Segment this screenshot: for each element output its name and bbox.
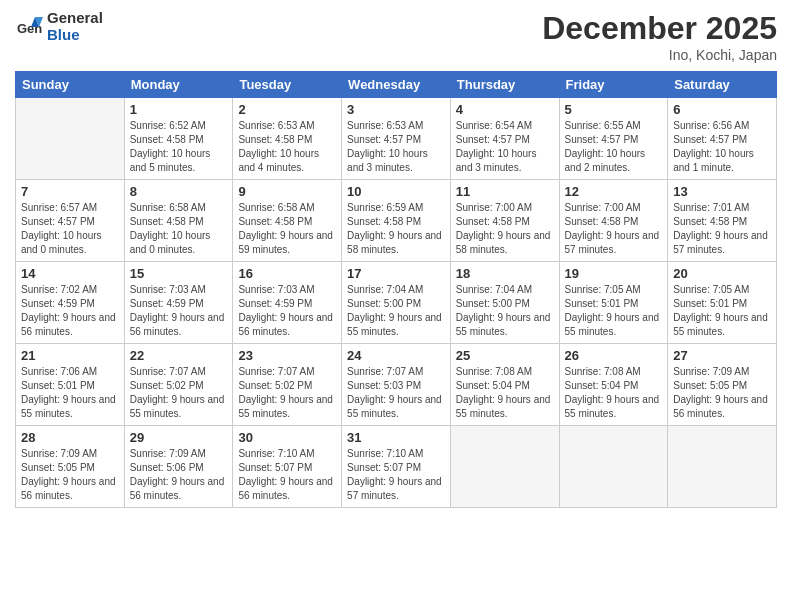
day-number: 24 [347,348,445,363]
table-row: 11Sunrise: 7:00 AM Sunset: 4:58 PM Dayli… [450,180,559,262]
day-info: Sunrise: 7:08 AM Sunset: 5:04 PM Dayligh… [565,365,663,421]
day-number: 31 [347,430,445,445]
calendar-header-row: Sunday Monday Tuesday Wednesday Thursday… [16,72,777,98]
day-info: Sunrise: 6:59 AM Sunset: 4:58 PM Dayligh… [347,201,445,257]
table-row: 12Sunrise: 7:00 AM Sunset: 4:58 PM Dayli… [559,180,668,262]
day-info: Sunrise: 7:08 AM Sunset: 5:04 PM Dayligh… [456,365,554,421]
day-info: Sunrise: 6:58 AM Sunset: 4:58 PM Dayligh… [238,201,336,257]
day-number: 26 [565,348,663,363]
table-row: 4Sunrise: 6:54 AM Sunset: 4:57 PM Daylig… [450,98,559,180]
table-row: 6Sunrise: 6:56 AM Sunset: 4:57 PM Daylig… [668,98,777,180]
logo-text: General Blue [47,10,103,43]
table-row: 18Sunrise: 7:04 AM Sunset: 5:00 PM Dayli… [450,262,559,344]
calendar-week-row: 1Sunrise: 6:52 AM Sunset: 4:58 PM Daylig… [16,98,777,180]
day-info: Sunrise: 7:07 AM Sunset: 5:02 PM Dayligh… [130,365,228,421]
calendar-week-row: 14Sunrise: 7:02 AM Sunset: 4:59 PM Dayli… [16,262,777,344]
table-row: 30Sunrise: 7:10 AM Sunset: 5:07 PM Dayli… [233,426,342,508]
day-info: Sunrise: 7:03 AM Sunset: 4:59 PM Dayligh… [130,283,228,339]
day-info: Sunrise: 7:05 AM Sunset: 5:01 PM Dayligh… [565,283,663,339]
day-info: Sunrise: 6:55 AM Sunset: 4:57 PM Dayligh… [565,119,663,175]
table-row: 14Sunrise: 7:02 AM Sunset: 4:59 PM Dayli… [16,262,125,344]
day-info: Sunrise: 7:09 AM Sunset: 5:05 PM Dayligh… [21,447,119,503]
day-info: Sunrise: 7:10 AM Sunset: 5:07 PM Dayligh… [238,447,336,503]
day-info: Sunrise: 6:57 AM Sunset: 4:57 PM Dayligh… [21,201,119,257]
day-number: 3 [347,102,445,117]
table-row: 16Sunrise: 7:03 AM Sunset: 4:59 PM Dayli… [233,262,342,344]
calendar-table: Sunday Monday Tuesday Wednesday Thursday… [15,71,777,508]
day-number: 23 [238,348,336,363]
table-row: 3Sunrise: 6:53 AM Sunset: 4:57 PM Daylig… [342,98,451,180]
day-number: 5 [565,102,663,117]
table-row [16,98,125,180]
day-number: 30 [238,430,336,445]
day-info: Sunrise: 7:04 AM Sunset: 5:00 PM Dayligh… [456,283,554,339]
day-info: Sunrise: 7:07 AM Sunset: 5:02 PM Dayligh… [238,365,336,421]
day-info: Sunrise: 7:05 AM Sunset: 5:01 PM Dayligh… [673,283,771,339]
day-number: 17 [347,266,445,281]
day-info: Sunrise: 7:00 AM Sunset: 4:58 PM Dayligh… [456,201,554,257]
day-number: 10 [347,184,445,199]
day-number: 6 [673,102,771,117]
header-thursday: Thursday [450,72,559,98]
table-row: 8Sunrise: 6:58 AM Sunset: 4:58 PM Daylig… [124,180,233,262]
calendar-week-row: 7Sunrise: 6:57 AM Sunset: 4:57 PM Daylig… [16,180,777,262]
calendar-week-row: 21Sunrise: 7:06 AM Sunset: 5:01 PM Dayli… [16,344,777,426]
day-info: Sunrise: 7:09 AM Sunset: 5:05 PM Dayligh… [673,365,771,421]
table-row: 29Sunrise: 7:09 AM Sunset: 5:06 PM Dayli… [124,426,233,508]
day-number: 29 [130,430,228,445]
table-row: 9Sunrise: 6:58 AM Sunset: 4:58 PM Daylig… [233,180,342,262]
day-info: Sunrise: 7:02 AM Sunset: 4:59 PM Dayligh… [21,283,119,339]
table-row: 23Sunrise: 7:07 AM Sunset: 5:02 PM Dayli… [233,344,342,426]
day-number: 15 [130,266,228,281]
title-block: December 2025 Ino, Kochi, Japan [542,10,777,63]
day-number: 21 [21,348,119,363]
header-wednesday: Wednesday [342,72,451,98]
day-number: 7 [21,184,119,199]
table-row: 15Sunrise: 7:03 AM Sunset: 4:59 PM Dayli… [124,262,233,344]
day-info: Sunrise: 7:03 AM Sunset: 4:59 PM Dayligh… [238,283,336,339]
day-number: 20 [673,266,771,281]
table-row: 24Sunrise: 7:07 AM Sunset: 5:03 PM Dayli… [342,344,451,426]
day-info: Sunrise: 7:10 AM Sunset: 5:07 PM Dayligh… [347,447,445,503]
table-row: 17Sunrise: 7:04 AM Sunset: 5:00 PM Dayli… [342,262,451,344]
day-number: 19 [565,266,663,281]
table-row: 7Sunrise: 6:57 AM Sunset: 4:57 PM Daylig… [16,180,125,262]
day-number: 25 [456,348,554,363]
table-row: 28Sunrise: 7:09 AM Sunset: 5:05 PM Dayli… [16,426,125,508]
main-title: December 2025 [542,10,777,47]
table-row: 21Sunrise: 7:06 AM Sunset: 5:01 PM Dayli… [16,344,125,426]
table-row: 20Sunrise: 7:05 AM Sunset: 5:01 PM Dayli… [668,262,777,344]
day-number: 16 [238,266,336,281]
table-row [668,426,777,508]
day-info: Sunrise: 6:52 AM Sunset: 4:58 PM Dayligh… [130,119,228,175]
logo: Gen General Blue [15,10,103,43]
table-row: 13Sunrise: 7:01 AM Sunset: 4:58 PM Dayli… [668,180,777,262]
day-info: Sunrise: 7:07 AM Sunset: 5:03 PM Dayligh… [347,365,445,421]
day-number: 28 [21,430,119,445]
table-row: 27Sunrise: 7:09 AM Sunset: 5:05 PM Dayli… [668,344,777,426]
day-info: Sunrise: 6:54 AM Sunset: 4:57 PM Dayligh… [456,119,554,175]
day-info: Sunrise: 7:09 AM Sunset: 5:06 PM Dayligh… [130,447,228,503]
page: Gen General Blue December 2025 Ino, Koch… [0,0,792,612]
table-row: 22Sunrise: 7:07 AM Sunset: 5:02 PM Dayli… [124,344,233,426]
day-number: 1 [130,102,228,117]
day-info: Sunrise: 6:56 AM Sunset: 4:57 PM Dayligh… [673,119,771,175]
day-number: 2 [238,102,336,117]
logo-icon: Gen [15,13,43,41]
table-row: 19Sunrise: 7:05 AM Sunset: 5:01 PM Dayli… [559,262,668,344]
table-row [450,426,559,508]
header-sunday: Sunday [16,72,125,98]
day-info: Sunrise: 7:01 AM Sunset: 4:58 PM Dayligh… [673,201,771,257]
header: Gen General Blue December 2025 Ino, Koch… [15,10,777,63]
table-row: 31Sunrise: 7:10 AM Sunset: 5:07 PM Dayli… [342,426,451,508]
day-info: Sunrise: 7:00 AM Sunset: 4:58 PM Dayligh… [565,201,663,257]
header-friday: Friday [559,72,668,98]
table-row: 26Sunrise: 7:08 AM Sunset: 5:04 PM Dayli… [559,344,668,426]
header-saturday: Saturday [668,72,777,98]
day-info: Sunrise: 7:06 AM Sunset: 5:01 PM Dayligh… [21,365,119,421]
day-number: 9 [238,184,336,199]
day-info: Sunrise: 6:53 AM Sunset: 4:57 PM Dayligh… [347,119,445,175]
day-number: 12 [565,184,663,199]
day-number: 13 [673,184,771,199]
day-number: 22 [130,348,228,363]
